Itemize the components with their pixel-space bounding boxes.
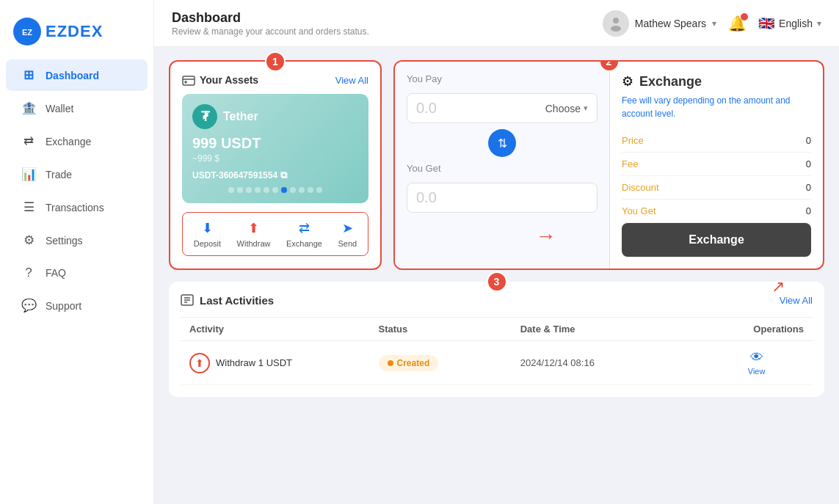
fee-value: 0 <box>806 158 811 169</box>
sidebar-item-faq[interactable]: ? FAQ <box>6 258 148 288</box>
dot-5 <box>272 187 278 193</box>
send-button[interactable]: ➤ Send <box>338 220 357 248</box>
currency-choose-select[interactable]: Choose ▾ <box>545 103 588 114</box>
activities-header: Last Activities View All <box>181 293 813 307</box>
asset-item-tether: ₮ Tether 999 USDT ~999 $ USDT-3606475915… <box>182 94 368 203</box>
dot-10 <box>316 187 322 193</box>
deposit-button[interactable]: ⬇ Deposit <box>194 220 221 248</box>
send-label: Send <box>338 239 357 248</box>
choose-chevron: ▾ <box>584 103 588 113</box>
send-icon: ➤ <box>342 220 353 236</box>
svg-text:EZ: EZ <box>22 28 32 37</box>
exchange-icon: ⇄ <box>21 134 37 149</box>
notification-badge <box>741 13 748 21</box>
exchange-action-button[interactable]: ⇄ Exchange <box>286 220 322 248</box>
view-cell[interactable]: 👁 View <box>709 350 804 376</box>
sidebar-item-exchange[interactable]: ⇄ Exchange <box>6 125 148 157</box>
col-activity: Activity <box>189 324 379 335</box>
header-left: Dashboard Review & manage your account a… <box>172 10 369 37</box>
status-badge: Created <box>379 355 439 371</box>
flag-icon: 🇬🇧 <box>758 15 774 32</box>
activities-title-area: Last Activities <box>181 293 274 307</box>
svg-point-3 <box>611 26 621 32</box>
language-selector[interactable]: 🇬🇧 English ▾ <box>758 15 821 32</box>
activity-cell: ⬆ Withdraw 1 USDT <box>189 353 379 373</box>
withdraw-label: Withdraw <box>237 239 271 248</box>
swap-button[interactable]: ⇅ <box>488 129 516 157</box>
sidebar-item-dashboard[interactable]: ⊞ Dashboard <box>6 59 148 91</box>
choose-label: Choose <box>545 103 581 114</box>
sidebar-label-transactions: Transactions <box>46 202 104 213</box>
asset-top: ₮ Tether <box>192 104 358 129</box>
wallet-icon: 🏦 <box>21 101 37 116</box>
username: Mathew Spears <box>635 18 706 29</box>
asset-amount: 999 USDT <box>192 135 358 152</box>
col-status: Status <box>379 324 520 335</box>
activities-card: Last Activities View All Activity Status… <box>169 282 824 397</box>
language-label: English <box>779 18 813 29</box>
tether-icon: ₮ <box>192 104 217 129</box>
status-text: Created <box>397 358 430 368</box>
settings-icon: ⚙ <box>21 233 37 248</box>
exchange-submit-button[interactable]: Exchange <box>622 223 811 257</box>
page-subtitle: Review & manage your account and orders … <box>172 26 369 37</box>
step3-badge: 3 <box>487 271 507 292</box>
price-row: Price 0 <box>622 129 811 153</box>
logo-area: EZ EZDEX <box>0 7 153 59</box>
dot-2 <box>246 187 252 193</box>
lang-chevron: ▾ <box>817 18 821 29</box>
sidebar-label-exchange: Exchange <box>46 136 91 147</box>
dots-row <box>192 187 358 193</box>
exchange-subtitle: Fee will vary depending on the amount an… <box>622 94 811 120</box>
exchange-card: 2 You Pay 0.0 Choose ▾ ⇅ You Get <box>393 60 824 270</box>
copy-address-icon[interactable]: ⧉ <box>280 169 287 181</box>
exchange-action-icon: ⇄ <box>299 220 310 236</box>
you-pay-label: You Pay <box>407 73 598 84</box>
notification-bell[interactable]: 🔔 <box>728 15 747 32</box>
main-area: Dashboard Review & manage your account a… <box>154 0 839 504</box>
view-all-arrow: ↗ <box>771 277 785 296</box>
table-header: Activity Status Date & Time Operations <box>181 317 813 341</box>
header-right: Mathew Spears ▾ 🔔 🇬🇧 English ▾ <box>603 10 821 37</box>
date-cell: 2024/12/14 08:16 <box>520 357 710 368</box>
assets-view-all[interactable]: View All <box>335 75 368 86</box>
dot-9 <box>308 187 313 193</box>
deposit-icon: ⬇ <box>202 220 213 236</box>
view-icon: 👁 <box>750 350 763 365</box>
price-value: 0 <box>806 135 811 146</box>
sidebar-item-settings[interactable]: ⚙ Settings <box>6 224 148 256</box>
support-icon: 💬 <box>21 298 37 313</box>
price-label: Price <box>622 135 644 146</box>
dot-0 <box>228 187 234 193</box>
top-row: 1 Your Assets View All ₮ <box>169 60 824 270</box>
you-pay-input-row: 0.0 Choose ▾ <box>407 93 598 123</box>
activity-text: Withdraw 1 USDT <box>216 357 292 368</box>
sidebar-label-support: Support <box>46 300 81 312</box>
dot-8 <box>299 187 305 193</box>
svg-rect-4 <box>183 76 195 85</box>
assets-card-header: Your Assets View All <box>182 73 368 87</box>
withdraw-icon: ⬆ <box>189 353 210 373</box>
you-get-label: You Get <box>407 163 598 174</box>
fee-row: Fee 0 <box>622 153 811 176</box>
dot-4 <box>264 187 269 193</box>
dot-7 <box>290 187 296 193</box>
col-operations: Operations <box>709 324 804 335</box>
you-pay-value: 0.0 <box>416 100 540 117</box>
sidebar-item-support[interactable]: 💬 Support <box>6 290 148 321</box>
fee-label: Fee <box>622 158 638 169</box>
dot-3 <box>255 187 261 193</box>
sidebar-item-wallet[interactable]: 🏦 Wallet <box>6 92 148 124</box>
user-info[interactable]: Mathew Spears ▾ <box>603 10 716 37</box>
deposit-label: Deposit <box>194 239 221 248</box>
sidebar-item-transactions[interactable]: ☰ Transactions <box>6 191 148 223</box>
status-cell: Created <box>379 355 520 371</box>
sidebar-item-trade[interactable]: 📊 Trade <box>6 158 148 190</box>
transactions-icon: ☰ <box>21 200 37 215</box>
you-get-input-row: 0.0 <box>407 183 598 213</box>
asset-usd: ~999 $ <box>192 153 358 164</box>
discount-label: Discount <box>622 182 659 193</box>
col-datetime: Date & Time <box>520 324 710 335</box>
sidebar-label-dashboard: Dashboard <box>46 70 99 81</box>
withdraw-button[interactable]: ⬆ Withdraw <box>237 220 271 248</box>
